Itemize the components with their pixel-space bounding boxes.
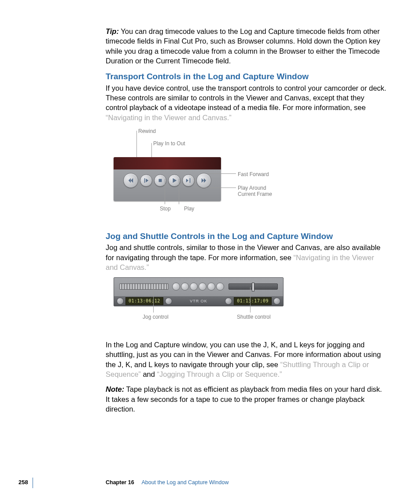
timecode-right[interactable]: 01:13:17;09 [234,297,272,305]
fast-forward-button[interactable] [196,173,211,188]
rewind-button[interactable] [123,173,138,188]
mini-transport-buttons [172,283,224,291]
transport-panel [114,157,221,201]
preview-strip [114,157,221,169]
set-in-button[interactable] [165,298,172,305]
callout-stop: Stop [160,205,171,212]
jog-shuttle-body: Jog and shuttle controls, similar to tho… [106,243,387,272]
jog-control[interactable] [119,283,169,290]
page-content: Tip: You can drag timecode values to the… [106,26,387,419]
play-in-to-out-button[interactable] [140,174,152,187]
figure-jog-shuttle: 01:13:06;12 VTR OK 01:13:17;09 Jog contr… [114,277,387,330]
heading-transport-controls: Transport Controls in the Log and Captur… [106,71,387,82]
note-label: Note: [106,385,124,393]
link-jogging[interactable]: “Jogging Through a Clip or Sequence.” [157,370,282,378]
footer-rule [33,478,33,488]
jkl-text-mid: and [141,370,157,378]
mini-stop-button[interactable] [190,283,198,291]
mini-rewind-button[interactable] [172,283,180,291]
link-navigating-viewer-canvas[interactable]: “Navigating in the Viewer and Canvas.” [106,114,232,121]
jog-shuttle-panel: 01:13:06;12 VTR OK 01:13:17;09 [114,277,284,306]
jkl-paragraph: In the Log and Capture window, you can u… [106,340,387,379]
mini-play-button[interactable] [199,283,206,291]
svg-rect-0 [159,179,162,182]
callout-play-in-out: Play In to Out [153,140,185,147]
transport-body: If you have device control, use the tran… [106,83,387,122]
go-to-out-button[interactable] [273,298,280,305]
tip-paragraph: Tip: You can drag timecode values to the… [106,26,387,66]
shuttle-control[interactable] [228,283,278,290]
note-text: Tape playback is not as efficient as pla… [106,385,382,413]
page-number: 258 [18,478,28,486]
mini-play-around-button[interactable] [207,283,215,291]
callout-play: Play [184,205,194,212]
heading-jog-shuttle: Jog and Shuttle Controls in the Log and … [106,231,387,242]
callout-jog: Jog control [143,313,169,320]
vtr-status: VTR OK [190,298,207,304]
timecode-left[interactable]: 01:13:06;12 [125,297,163,305]
callout-rewind: Rewind [138,128,156,135]
mini-play-in-out-button[interactable] [181,283,189,291]
note-paragraph: Note: Tape playback is not as efficient … [106,384,387,414]
tip-label: Tip: [106,27,119,35]
set-out-button[interactable] [225,298,232,305]
footer-chapter: Chapter 16 [106,479,134,486]
footer-title: About the Log and Capture Window [141,479,228,486]
figure-transport-controls: Rewind Play In to Out Fast Forward Play … [114,128,387,216]
callout-play-around-2: Current Frame [238,191,272,198]
tip-text: You can drag timecode values to the Log … [106,27,380,65]
play-around-frame-button[interactable] [182,174,195,187]
callout-fast-forward: Fast Forward [238,171,269,178]
mini-fast-forward-button[interactable] [216,283,224,291]
callout-shuttle: Shuttle control [237,313,271,320]
go-to-in-button[interactable] [117,298,124,305]
transport-body-text: If you have device control, use the tran… [106,84,386,112]
footer-chapter-line: Chapter 16 About the Log and Capture Win… [106,479,228,486]
page-footer: 258 Chapter 16 About the Log and Capture… [0,477,420,486]
